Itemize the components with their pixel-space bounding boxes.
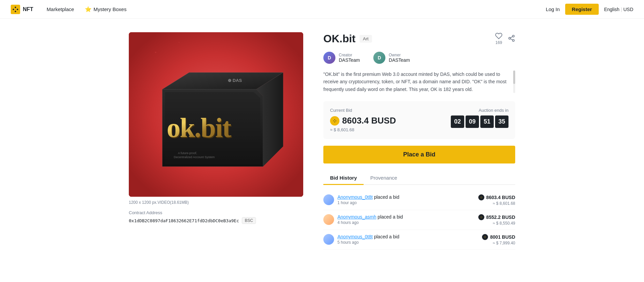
bid-user-avatar xyxy=(323,234,334,245)
bid-entry-left: Anonymous_asmh placed a bid 4 hours ago xyxy=(323,214,403,225)
svg-line-18 xyxy=(511,39,513,40)
svg-point-21 xyxy=(480,196,483,199)
auction-ends-label: Auction ends in xyxy=(451,108,508,113)
place-bid-button[interactable]: Place a Bid xyxy=(323,146,515,163)
countdown-minutes: 09 xyxy=(466,115,479,128)
creator-name[interactable]: DASTeam xyxy=(339,57,360,63)
navbar-left: NFT Marketplace ⭐ Mystery Boxes xyxy=(11,5,126,14)
bid-amount-row: 8603.4 BUSD xyxy=(330,115,451,126)
bid-entry-usd: ≈ $ 8,601.68 xyxy=(478,201,515,206)
creator-avatar: D xyxy=(323,52,335,64)
main-content: ⊕ DAS ok.bit ok.bit A future-proof, Dece… xyxy=(121,19,523,263)
contract-section: Contract Address 0x1dDB2C0897daF18632662… xyxy=(129,210,303,224)
owner-label: Owner xyxy=(389,53,410,57)
svg-text:Decentralized Account System: Decentralized Account System xyxy=(174,155,215,159)
scrollbar-thumb[interactable] xyxy=(513,70,515,84)
register-button[interactable]: Register xyxy=(565,4,599,15)
nft-image-container: ⊕ DAS ok.bit ok.bit A future-proof, Dece… xyxy=(129,32,303,197)
bid-entry-amount: 8603.4 BUSD xyxy=(478,194,515,200)
svg-point-17 xyxy=(513,39,515,41)
bid-action: placed a bid xyxy=(374,234,399,239)
countdown-hours: 02 xyxy=(451,115,464,128)
countdown: 02 09 51 35 xyxy=(451,115,508,128)
tab-bid-history[interactable]: Bid History xyxy=(323,172,364,185)
bid-time: 5 hours ago xyxy=(337,240,399,245)
bid-tabs: Bid History Provenance xyxy=(323,172,515,185)
title-actions: 169 xyxy=(495,32,515,45)
creator-label: Creator xyxy=(339,53,360,57)
creator-owner-row: D Creator DASTeam D Owner DASTeam xyxy=(323,52,515,64)
bid-entry-usd: ≈ $ 8,550.49 xyxy=(478,221,515,226)
bid-busd-icon xyxy=(478,214,484,220)
bid-user-avatar xyxy=(323,214,334,225)
bid-entry-left: Anonymous_0t8t placed a bid 5 hours ago xyxy=(323,234,399,245)
language-label: English xyxy=(604,7,620,12)
bid-entry-right: 8603.4 BUSD ≈ $ 8,601.68 xyxy=(478,194,515,206)
bid-history-entry: Anonymous_0t8t placed a bid 5 hours ago … xyxy=(323,230,515,250)
bid-user-name[interactable]: Anonymous_0t8t xyxy=(337,194,373,200)
language-currency-selector[interactable]: English | USD xyxy=(604,7,633,12)
navbar: NFT Marketplace ⭐ Mystery Boxes Log In R… xyxy=(0,0,644,19)
svg-text:A future-proof,: A future-proof, xyxy=(178,151,197,155)
bid-entry-info: Anonymous_asmh placed a bid 4 hours ago xyxy=(337,214,403,225)
bid-amount-value: 8001 BUSD xyxy=(490,234,515,240)
creator-item: D Creator DASTeam xyxy=(323,52,360,64)
binance-logo-icon xyxy=(11,5,20,14)
logo-text: NFT xyxy=(23,6,33,12)
nft-title: OK.bit xyxy=(323,33,356,45)
bid-history-entry: Anonymous_0t8t placed a bid 1 hour ago 8… xyxy=(323,190,515,210)
logo[interactable]: NFT xyxy=(11,5,33,14)
bid-entry-name-action: Anonymous_asmh placed a bid xyxy=(337,214,403,220)
contract-address: 0x1dDB2C0897daF18632662E71fdD2dbDC0eB3a9… xyxy=(129,218,239,223)
bid-entry-right: 8001 BUSD ≈ $ 7,999.40 xyxy=(482,234,515,245)
bid-time: 1 hour ago xyxy=(337,200,399,205)
owner-name[interactable]: DASTeam xyxy=(389,57,410,63)
nav-marketplace[interactable]: Marketplace xyxy=(47,6,74,12)
svg-point-15 xyxy=(513,35,515,37)
svg-text:ok.bit: ok.bit xyxy=(167,112,231,143)
bid-section: Current Bid 8603.4 BUSD ≈ $ 8,601.68 A xyxy=(323,101,515,139)
countdown-seconds-tens: 51 xyxy=(480,115,494,128)
creator-text: Creator DASTeam xyxy=(339,53,360,63)
login-button[interactable]: Log In xyxy=(546,6,560,12)
busd-logo xyxy=(332,118,337,124)
bid-time: 4 hours ago xyxy=(337,220,403,225)
share-button[interactable] xyxy=(508,35,515,43)
bid-user-name[interactable]: Anonymous_0t8t xyxy=(337,234,373,239)
svg-line-19 xyxy=(511,36,513,38)
bid-user-name[interactable]: Anonymous_asmh xyxy=(337,214,376,220)
svg-point-20 xyxy=(332,118,337,123)
bid-amount: 8603.4 BUSD xyxy=(342,115,396,126)
bid-row: Current Bid 8603.4 BUSD ≈ $ 8,601.68 A xyxy=(330,108,508,132)
bsc-badge-button[interactable]: BSC xyxy=(242,217,256,224)
busd-icon xyxy=(330,116,339,126)
svg-point-22 xyxy=(480,216,483,219)
bid-amount-value: 8552.2 BUSD xyxy=(486,215,515,220)
nav-mystery-boxes[interactable]: ⭐ Mystery Boxes xyxy=(85,6,126,12)
nft-artwork-svg: ⊕ DAS ok.bit ok.bit A future-proof, Dece… xyxy=(129,32,303,197)
like-button[interactable]: 169 xyxy=(495,32,502,45)
currency-label: USD xyxy=(623,7,633,12)
tab-provenance[interactable]: Provenance xyxy=(364,172,404,185)
owner-avatar: D xyxy=(373,52,385,64)
share-icon xyxy=(508,35,515,42)
scrollbar-track[interactable] xyxy=(513,70,515,93)
bid-history-entry: Anonymous_asmh placed a bid 4 hours ago … xyxy=(323,210,515,230)
title-row: OK.bit Art 169 xyxy=(323,32,515,45)
bid-entry-left: Anonymous_0t8t placed a bid 1 hour ago xyxy=(323,194,399,205)
bid-entry-info: Anonymous_0t8t placed a bid 5 hours ago xyxy=(337,234,399,245)
like-count: 169 xyxy=(495,40,502,45)
bid-action: placed a bid xyxy=(378,214,403,220)
left-panel: ⊕ DAS ok.bit ok.bit A future-proof, Dece… xyxy=(129,32,303,250)
svg-point-16 xyxy=(509,37,511,39)
navbar-right: Log In Register English | USD xyxy=(546,4,633,15)
separator: | xyxy=(621,7,622,12)
description-container: "OK.bit" is the first premium Web 3.0 ac… xyxy=(323,70,515,93)
bid-entry-name-action: Anonymous_0t8t placed a bid xyxy=(337,234,399,239)
bid-user-avatar xyxy=(323,194,334,205)
bid-amount-value: 8603.4 BUSD xyxy=(486,195,515,200)
bid-entry-amount: 8552.2 BUSD xyxy=(478,214,515,220)
owner-item: D Owner DASTeam xyxy=(373,52,410,64)
svg-point-2 xyxy=(155,52,156,53)
svg-point-23 xyxy=(484,236,487,239)
